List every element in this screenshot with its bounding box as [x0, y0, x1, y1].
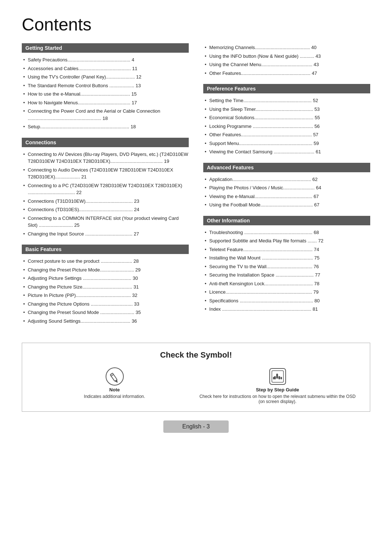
section-header-getting-started: Getting Started [22, 43, 189, 53]
left-column: Getting Started Safety Precautions......… [22, 43, 189, 332]
list-item: Picture In Picture (PIP)................… [23, 291, 189, 300]
note-label: Note [33, 387, 196, 392]
main-content: Getting Started Safety Precautions......… [22, 43, 370, 332]
check-symbol-title: Check the Symbol! [33, 350, 359, 360]
list-item: Support Menu............................… [205, 139, 370, 148]
right-column: Memorizing Channels.....................… [203, 43, 370, 320]
list-item: The Standard Remote Control Buttons ....… [23, 81, 189, 90]
list-item: Changing the Input Source ..............… [23, 230, 189, 238]
page-title: Contents [22, 15, 370, 35]
section-header-basic-features: Basic Features [22, 245, 189, 254]
list-item: Supported Subtitle and Media Play file f… [205, 237, 370, 245]
continued-list: Memorizing Channels.....................… [203, 43, 370, 77]
list-item: Specifications .........................… [205, 297, 370, 305]
svg-rect-9 [281, 377, 282, 379]
svg-rect-8 [278, 376, 280, 379]
note-symbol: Note Indicates additional information. [33, 367, 196, 399]
other-information-list: Troubleshooting ........................… [203, 228, 370, 314]
list-item: Connections (T31D310EW).................… [23, 197, 189, 206]
list-item: Connecting to a COMMON INTERFACE slot (Y… [23, 214, 189, 230]
list-item: Adjusting Sound Settings................… [23, 317, 189, 326]
list-item: Licence.................................… [205, 288, 370, 297]
step-guide-symbol: Step by Step Guide Check here for instru… [196, 367, 359, 404]
list-item: Index ..................................… [205, 305, 370, 314]
list-item: Adjusting Picture Settings .............… [23, 274, 189, 283]
section-getting-started: Getting Started Safety Precautions......… [22, 43, 189, 131]
list-item: Securing the TV to the Wall.............… [205, 262, 370, 271]
list-item: Connecting the Power Cord and the Aerial… [23, 107, 189, 122]
section-connections: Connections Connecting to AV Devices (Bl… [22, 138, 189, 238]
list-item: Connecting to Audio Devices (T24D310EW T… [23, 166, 189, 181]
list-item: Connecting to a PC (T24D310EW T28D310EW … [23, 181, 189, 197]
language-badge: English - 3 [163, 420, 229, 433]
list-item: Connections (TD310ES)...................… [23, 205, 189, 214]
list-item: Using the Football Mode.................… [205, 201, 370, 209]
preference-features-list: Setting the Time........................… [203, 96, 370, 156]
list-item: Setup...................................… [23, 122, 189, 131]
section-preference-features: Preference Features Setting the Time....… [203, 84, 370, 156]
svg-rect-6 [276, 374, 278, 379]
section-basic-features: Basic Features Correct posture to use th… [22, 245, 189, 325]
list-item: Correct posture to use the product .....… [23, 257, 189, 266]
svg-rect-3 [110, 373, 113, 376]
advanced-features-list: Application.............................… [203, 175, 370, 209]
step-guide-label: Step by Step Guide [196, 387, 359, 392]
list-item: Viewing the e-Manual....................… [205, 192, 370, 201]
list-item: Accessories and Cables..................… [23, 64, 189, 73]
list-item: Securing the Installation Space ........… [205, 271, 370, 279]
list-item: Anti-theft Kensington Lock..............… [205, 279, 370, 288]
list-item: Setting the Time........................… [205, 96, 370, 105]
svg-marker-2 [115, 380, 119, 384]
list-item: Using the TV's Controller (Panel Key)...… [23, 73, 189, 81]
step-guide-icon [268, 381, 287, 387]
section-other-information: Other Information Troubleshooting ......… [203, 216, 370, 314]
list-item: Using the Channel Menu..................… [205, 60, 370, 69]
section-header-preference-features: Preference Features [203, 84, 370, 93]
list-item: Installing the Wall Mount ..............… [205, 254, 370, 262]
section-advanced-features: Advanced Features Application...........… [203, 163, 370, 209]
list-item: How to Navigate Menus...................… [23, 98, 189, 107]
list-item: Application.............................… [205, 175, 370, 184]
note-icon [105, 381, 124, 387]
section-header-connections: Connections [22, 138, 189, 147]
note-description: Indicates additional information. [33, 394, 196, 399]
list-item: Playing the Photos / Videos / Music.....… [205, 184, 370, 192]
list-item: Locking Programme ......................… [205, 122, 370, 131]
list-item: How to use the e-Manual.................… [23, 90, 189, 98]
list-item: Viewing the Contact Samsung ............… [205, 148, 370, 156]
list-item: Using the Sleep Timer...................… [205, 105, 370, 114]
list-item: Other Features..........................… [205, 130, 370, 139]
list-item: Changing the Picture Size...............… [23, 283, 189, 291]
list-item: Changing the Picture Options ...........… [23, 300, 189, 309]
svg-rect-10 [273, 377, 274, 379]
check-symbol-icons: Note Indicates additional information. S… [33, 367, 359, 404]
list-item: Troubleshooting ........................… [205, 228, 370, 237]
check-symbol-box: Check the Symbol! Note Indicates additio… [22, 343, 370, 412]
list-item: Other Features..........................… [205, 69, 370, 78]
list-item: Using the INFO button (Now & Next guide)… [205, 52, 370, 61]
getting-started-list: Safety Precautions......................… [22, 56, 189, 131]
step-guide-description: Check here for instructions on how to op… [196, 394, 359, 404]
list-item: Changing the Preset Picture Mode........… [23, 266, 189, 274]
section-header-advanced-features: Advanced Features [203, 163, 370, 172]
basic-features-list: Correct posture to use the product .....… [22, 257, 189, 325]
list-item: Changing the Preset Sound Mode .........… [23, 308, 189, 317]
list-item: Connecting to AV Devices (Blu-ray Player… [23, 150, 189, 166]
list-item: Memorizing Channels.....................… [205, 43, 370, 52]
connections-list: Connecting to AV Devices (Blu-ray Player… [22, 150, 189, 238]
section-continued: Memorizing Channels.....................… [203, 43, 370, 77]
list-item: Teletext Feature........................… [205, 245, 370, 254]
section-header-other-information: Other Information [203, 216, 370, 225]
list-item: Economical Solutions....................… [205, 113, 370, 122]
list-item: Safety Precautions......................… [23, 56, 189, 64]
